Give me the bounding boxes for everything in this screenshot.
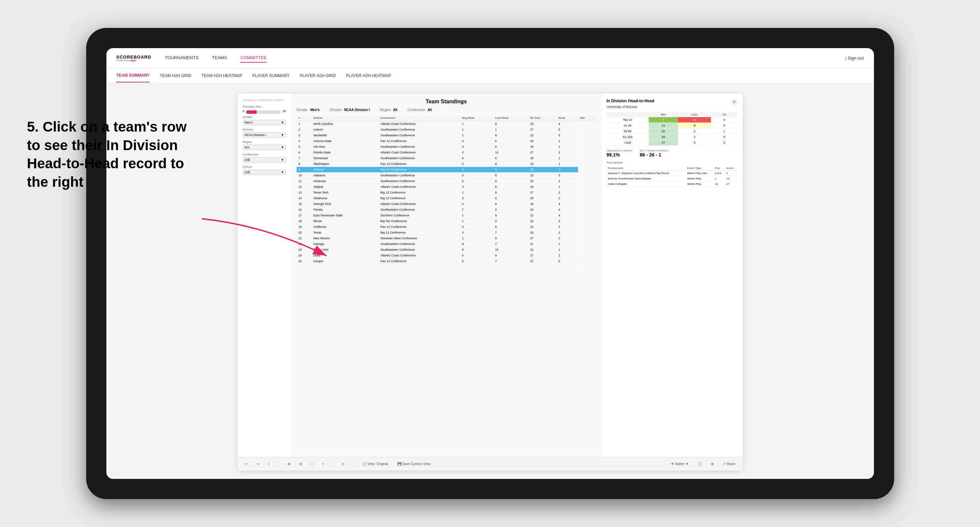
table-cell: 5 [460,167,493,173]
subnav-player-summary[interactable]: PLAYER SUMMARY [253,69,290,82]
school-filter-label: School [243,165,286,168]
gender-display-value: Men's [310,108,320,112]
table-row[interactable]: 17East Tennessee StateSouthern Conferenc… [297,213,596,218]
subnav-team-h2h-grid[interactable]: TEAM H2H GRID [159,69,191,82]
table-cell: 4 [460,138,493,144]
opponents-stat: Opponents in division: 99.1% [607,149,633,157]
table-row[interactable]: 4Arizona StatePac-12 Conference46261 [297,138,596,144]
redo-step-button[interactable]: ↪ [255,461,261,467]
table-cell: 9 [493,236,528,241]
table-cell: 25 [297,259,312,264]
region-filter[interactable]: N/A ▼ [243,145,286,150]
view-original-button[interactable]: 📋 View: Original [360,461,390,467]
table-cell: Arkansas [312,178,379,184]
table-cell: Southeastern Conference [379,133,460,138]
share-button[interactable]: ↗ Share [721,461,737,467]
watch-button[interactable]: 👁 Watch ▼ [669,461,691,467]
table-cell: 6 [493,156,528,161]
subnav-player-h2h-grid[interactable]: PLAYER H2H GRID [300,69,336,82]
table-row[interactable]: 20TexasBig 12 Conference37202 [297,230,596,236]
table-cell: Florida [312,207,379,213]
opponents-label: Opponents in division: [607,149,633,152]
table-row[interactable]: 21New MexicoMountain West Conference1927… [297,236,596,241]
grid-square-button[interactable]: □ [309,461,315,467]
h2h-win-cell: 25 [649,129,678,134]
table-cell: 5 [557,133,578,138]
table-row[interactable]: 25OregonPac-12 Conference57210 [297,259,596,264]
table-cell: 7 [460,207,493,213]
table-row[interactable]: 12VirginiaAtlantic Coast Conference38241 [297,184,596,190]
table-cell: 2 [460,150,493,156]
table-cell: 2 [297,127,312,133]
subnav-player-h2h-heatmap[interactable]: PLAYER H2H HEATMAP [346,69,391,82]
nav-teams[interactable]: TEAMS [212,54,227,63]
table-row[interactable]: 9ArizonaPac-12 Conference58202 [297,167,596,173]
gender-filter[interactable]: Men's ▼ [243,120,286,125]
undo-button[interactable]: ↩ [243,461,250,467]
school-filter[interactable]: (All) ▼ [243,170,286,175]
subnav-team-h2h-heatmap[interactable]: TEAM H2H HEATMAP [201,69,242,82]
table-row[interactable]: 23Texas A&MSoutheastern Conference910211 [297,247,596,253]
table-row[interactable]: 14OklahomaBig 12 Conference36262 [297,195,596,201]
table-row[interactable]: 8WashingtonPac-12 Conference28231 [297,161,596,167]
layout-button[interactable]: ⊞ [709,461,716,467]
h2h-range-label: Top 10 [607,117,649,123]
table-cell: 8 [460,241,493,247]
table-row[interactable]: 15Georgia TechAtlantic Coast Conference4… [297,201,596,207]
h2h-tie-cell: 0 [711,117,737,123]
table-row[interactable]: 13Texas TechBig 12 Conference19272 [297,190,596,195]
top-navigation: SCOREBOARD Powered by clippd TOURNAMENTS… [107,48,874,68]
conference-filter[interactable]: (All) ▼ [243,157,286,162]
h2h-loss-cell: 3 [678,134,711,140]
table-row[interactable]: 24DukeAtlantic Coast Conference59271 [297,253,596,259]
clock-button[interactable]: ⊙ [340,461,347,467]
app-body: Update time: 27/03/2024 16:56:26 Minimum… [238,94,743,457]
tournament-pos: 2-3-0 [714,171,725,176]
table-cell: 21 [528,259,557,264]
grid-add-button[interactable]: ⊞ [285,461,292,467]
nav-committee[interactable]: COMMITTEE [240,54,267,63]
nav-tournaments[interactable]: TOURNAMENTS [165,54,198,63]
table-cell: Southeastern Conference [379,156,460,161]
table-row[interactable]: 19CaliforniaPac-12 Conference48242 [297,224,596,230]
table-row[interactable]: 10AlabamaSoutheastern Conference58233 [297,173,596,178]
table-cell: Southeastern Conference [379,247,460,253]
division-filter-arrow: ▼ [281,133,284,137]
table-cell: Alabama [312,173,379,178]
signout-button[interactable]: Sign out [848,56,864,60]
table-row[interactable]: 22GeorgiaSoutheastern Conference87211 [297,241,596,247]
record-stat: W-L-T record in-division: 86 - 26 - 1 [640,149,669,157]
table-cell: 6 [460,178,493,184]
min-val: 4 [243,110,244,114]
school-filter-value: (All) [245,171,250,174]
table-row[interactable]: 1North CarolinaAtlantic Coast Conference… [297,121,596,127]
copy-button[interactable]: 📋 [696,461,704,467]
table-row[interactable]: 6Florida StateAtlantic Coast Conference2… [297,150,596,156]
subnav-team-summary[interactable]: TEAM SUMMARY [116,69,150,83]
toolbar-divider-1 [278,461,279,467]
table-cell: Southeastern Conference [379,207,460,213]
table-row[interactable]: 18IllinoisBig Ten Conference19233 [297,218,596,224]
tournament-col-pos: Pos [714,166,725,171]
plus-button[interactable]: + [320,461,326,467]
division-filter[interactable]: NCAA Division I ▼ [243,132,286,138]
table-cell: 1 [460,218,493,224]
table-cell: 1 [460,127,493,133]
grid-remove-button[interactable]: ⊟ [297,461,304,467]
table-row[interactable]: 11ArkansasSoutheastern Conference68232 [297,178,596,184]
table-row[interactable]: 3VanderbiltSoutheastern Conference28235 [297,133,596,138]
main-content-area: Update time: 27/03/2024 16:56:26 Minimum… [107,83,874,479]
table-cell: 1 [557,138,578,144]
table-row[interactable]: 2AuburnSoutheastern Conference11276 [297,127,596,133]
table-cell: 9 [493,190,528,195]
table-cell: 2 [460,133,493,138]
table-cell: 1 [297,121,312,127]
forward-button[interactable]: ⟩ [266,461,272,467]
school-filter-arrow: ▼ [281,171,284,174]
save-custom-view-button[interactable]: 💾 Save Custom View [395,461,433,467]
h2h-close-button[interactable]: ✕ [731,98,738,105]
table-row[interactable]: 5Ole MissSoutheastern Conference36181 [297,144,596,150]
table-row[interactable]: 16FloridaSoutheastern Conference79244 [297,207,596,213]
table-row[interactable]: 7TennesseeSoutheastern Conference46181 [297,156,596,161]
slider-track[interactable] [246,110,281,114]
